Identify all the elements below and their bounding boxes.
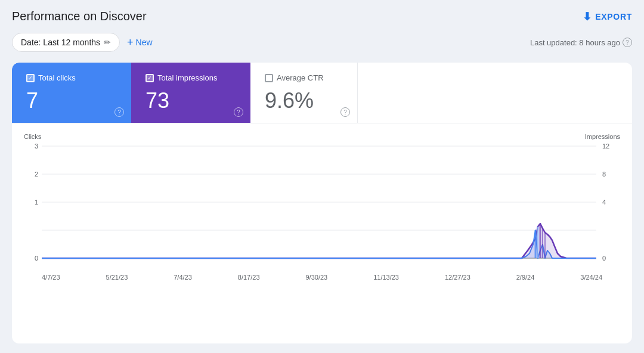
date-filter-label: Date: Last 12 months xyxy=(21,38,100,47)
chart-area: Clicks Impressions 3 2 1 0 12 8 xyxy=(12,123,632,343)
x-label-5: 9/30/23 xyxy=(305,274,327,281)
page-header: Performance on Discover ⬇ EXPORT xyxy=(12,10,632,23)
total-clicks-value: 7 xyxy=(26,88,117,113)
export-label: EXPORT xyxy=(595,12,632,21)
toolbar: Date: Last 12 months ✏ + New Last update… xyxy=(12,33,632,52)
metric-average-ctr[interactable]: Average CTR 9.6% ? xyxy=(250,63,358,123)
average-ctr-checkbox[interactable] xyxy=(265,74,273,82)
chart-svg: 3 2 1 0 12 8 4 0 xyxy=(24,140,620,271)
chart-container: 3 2 1 0 12 8 4 0 xyxy=(24,140,620,271)
average-ctr-help-icon[interactable]: ? xyxy=(340,107,350,117)
svg-text:12: 12 xyxy=(602,143,609,150)
total-impressions-help-icon[interactable]: ? xyxy=(234,107,243,117)
svg-text:3: 3 xyxy=(35,143,38,150)
y-right-label: Impressions xyxy=(585,133,620,140)
total-impressions-label: Total impressions xyxy=(157,73,217,82)
average-ctr-label: Average CTR xyxy=(277,73,324,82)
metrics-row: Total clicks 7 ? Total impressions 73 ? … xyxy=(12,63,632,123)
x-label-4: 8/17/23 xyxy=(238,274,260,281)
x-label-3: 7/4/23 xyxy=(174,274,192,281)
new-button[interactable]: + New xyxy=(127,36,153,49)
svg-text:4: 4 xyxy=(602,199,606,206)
svg-marker-14 xyxy=(42,230,596,258)
x-label-2: 5/21/23 xyxy=(106,274,128,281)
x-label-1: 4/7/23 xyxy=(42,274,60,281)
svg-text:0: 0 xyxy=(35,255,38,262)
x-label-8: 2/9/24 xyxy=(516,274,535,281)
plus-icon: + xyxy=(127,36,134,49)
download-icon: ⬇ xyxy=(583,10,592,23)
total-clicks-checkbox[interactable] xyxy=(26,74,35,82)
metric-total-clicks[interactable]: Total clicks 7 ? xyxy=(12,63,131,123)
svg-marker-15 xyxy=(42,224,596,258)
export-button[interactable]: ⬇ EXPORT xyxy=(583,10,632,23)
metric-total-impressions[interactable]: Total impressions 73 ? xyxy=(131,63,250,123)
total-clicks-label-row: Total clicks xyxy=(26,73,117,82)
x-label-6: 11/13/23 xyxy=(373,274,399,281)
x-label-9: 3/24/24 xyxy=(580,274,602,281)
main-card: Total clicks 7 ? Total impressions 73 ? … xyxy=(12,63,632,343)
total-clicks-label: Total clicks xyxy=(38,73,76,82)
svg-text:0: 0 xyxy=(602,255,606,262)
average-ctr-value: 9.6% xyxy=(265,88,343,113)
last-updated-info-icon[interactable]: ? xyxy=(623,38,632,47)
svg-text:1: 1 xyxy=(35,199,38,206)
page-title: Performance on Discover xyxy=(12,10,147,23)
y-left-label: Clicks xyxy=(24,133,41,140)
last-updated-text: Last updated: 8 hours ago ? xyxy=(530,38,632,47)
new-label: New xyxy=(136,38,153,47)
date-filter-button[interactable]: Date: Last 12 months ✏ xyxy=(12,33,120,52)
total-impressions-checkbox[interactable] xyxy=(145,74,154,82)
svg-text:2: 2 xyxy=(35,171,38,178)
average-ctr-label-row: Average CTR xyxy=(265,73,343,82)
total-impressions-value: 73 xyxy=(145,88,236,113)
x-label-7: 12/27/23 xyxy=(445,274,470,281)
svg-text:8: 8 xyxy=(602,171,606,178)
x-axis-labels: 4/7/23 5/21/23 7/4/23 8/17/23 9/30/23 11… xyxy=(24,274,620,281)
total-clicks-help-icon[interactable]: ? xyxy=(114,107,124,117)
metric-spacer xyxy=(358,63,632,123)
toolbar-left: Date: Last 12 months ✏ + New xyxy=(12,33,153,52)
total-impressions-label-row: Total impressions xyxy=(145,73,236,82)
edit-icon: ✏ xyxy=(104,38,111,47)
